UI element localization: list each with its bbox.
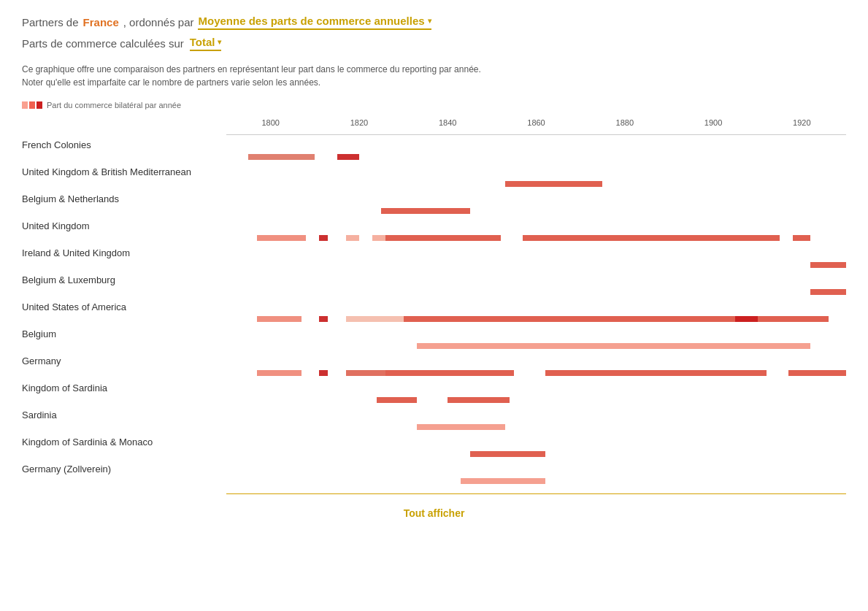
bar-container [226,476,846,486]
bar-segment [788,370,846,376]
header-line2: Parts de commerce calculées sur Total ▾ [22,36,846,51]
total-chevron-icon: ▾ [218,38,221,46]
bar-segment [461,478,545,484]
year-label-1880: 1880 [616,118,634,127]
divider-line [226,493,846,494]
bar-segment [448,397,510,403]
bar-segment [793,235,810,241]
year-label-1920: 1920 [793,118,810,127]
chart-area: 1800182018401860188019001920 French Colo… [22,118,846,525]
partner-name: French Colonies [22,137,846,150]
axis-line [226,134,846,135]
partner-name: United Kingdom [22,218,846,231]
bar-segment [505,181,602,187]
sort-chevron-icon: ▾ [428,17,431,25]
partner-row: Sardinia [22,407,846,432]
partner-row: Belgium & Netherlands [22,191,846,216]
bar-segment [319,370,328,376]
bar-container [226,233,846,243]
bar-container [226,368,846,378]
partner-row: United Kingdom [22,218,846,243]
partner-row: Ireland & United Kingdom [22,245,846,270]
bar-container [226,422,846,432]
bar-container [226,152,846,162]
bar-segment [257,316,302,322]
year-label-1840: 1840 [439,118,456,127]
legend-label: Part du commerce bilatéral par année [47,101,181,109]
header-prefix: Partners de [22,16,79,28]
bar-segment [404,316,829,322]
sort-label: Moyenne des parts de commerce annuelles [198,15,424,27]
partner-name: Belgium & Netherlands [22,191,846,204]
bar-segment [377,397,417,403]
bar-segment [810,262,846,268]
bar-segment [523,235,780,241]
bar-segment [417,343,811,349]
partner-name: Sardinia [22,407,846,420]
partner-row: Germany (Zollverein) [22,461,846,486]
bar-segment [470,451,545,457]
bar-segment [545,370,767,376]
bar-container [226,287,846,297]
partner-row: Kingdom of Sardinia & Monaco [22,434,846,459]
legend-icon [22,101,42,109]
legend: Part du commerce bilatéral par année [22,101,846,109]
total-label: Total [190,36,215,48]
description: Ce graphique offre une comparaison des p… [22,63,846,89]
line2-prefix: Parts de commerce calculées sur [22,37,184,50]
partner-row: Germany [22,353,846,378]
partner-name: Kingdom of Sardinia & Monaco [22,434,846,447]
bar-segment [248,154,315,160]
bar-segment [257,235,306,241]
partner-row: Belgium & Luxemburg [22,272,846,297]
description-line2: Noter qu'elle est imparfaite car le nomb… [22,76,846,89]
bar-segment [337,154,359,160]
partner-row: Belgium [22,326,846,351]
bar-container [226,206,846,216]
bar-segment [417,424,505,430]
partner-row: United States of America [22,299,846,324]
partner-name: Belgium & Luxemburg [22,272,846,285]
partner-row: United Kingdom & British Mediterranean [22,164,846,189]
bar-segment [810,289,846,295]
bar-segment [385,370,514,376]
header-middle: , ordonnés par [123,16,194,28]
bar-segment [381,208,469,214]
country-name: France [83,16,119,28]
bar-segment [385,235,501,241]
page-container: Partners de France , ordonnés par Moyenn… [0,0,868,539]
bar-segment [735,316,757,322]
bar-container [226,449,846,459]
bar-segment [257,370,302,376]
sort-dropdown[interactable]: Moyenne des parts de commerce annuelles … [198,15,431,30]
year-label-1800: 1800 [261,118,279,127]
show-all-button[interactable]: Tout afficher [22,502,846,525]
bar-container [226,341,846,351]
partner-row: Kingdom of Sardinia [22,380,846,405]
partner-name: Kingdom of Sardinia [22,380,846,393]
partner-name: Germany [22,353,846,366]
bar-container [226,395,846,405]
bar-container [226,179,846,189]
bar-container [226,314,846,324]
bar-segment [319,316,328,322]
partner-row: French Colonies [22,137,846,162]
bar-container [226,260,846,270]
total-dropdown[interactable]: Total ▾ [190,36,222,51]
partner-name: Ireland & United Kingdom [22,245,846,258]
bar-segment [346,316,404,322]
year-label-1860: 1860 [527,118,545,127]
partner-name: Belgium [22,326,846,339]
bar-segment [319,235,328,241]
header-line1: Partners de France , ordonnés par Moyenn… [22,15,846,30]
description-line1: Ce graphique offre une comparaison des p… [22,63,846,76]
bar-segment [346,235,359,241]
partner-name: United Kingdom & British Mediterranean [22,164,846,177]
year-label-1900: 1900 [704,118,722,127]
partner-name: Germany (Zollverein) [22,461,846,474]
year-label-1820: 1820 [350,118,368,127]
partner-name: United States of America [22,299,846,312]
